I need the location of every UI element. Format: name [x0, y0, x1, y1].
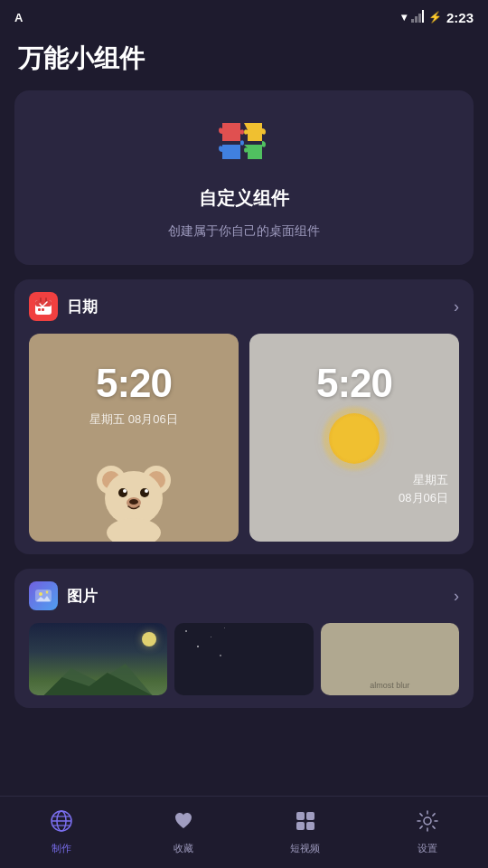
nav-item-collect[interactable]: 收藏 [122, 797, 244, 868]
picture-previews: almost blur [29, 623, 459, 695]
svg-point-23 [39, 592, 42, 596]
date-section-header[interactable]: 日期 › [29, 292, 459, 321]
grid-icon [294, 809, 317, 838]
watermark-text: almost blur [370, 681, 409, 690]
bear-illustration [89, 451, 179, 542]
nav-item-create[interactable]: 制作 [0, 797, 122, 868]
svg-point-15 [118, 488, 127, 497]
date-section: 日期 › 5:20 星期五 08月06日 [14, 279, 474, 554]
date-preview-2-day: 星期五 08月06日 [249, 471, 459, 506]
svg-rect-3 [422, 10, 424, 23]
picture-section-icon [29, 581, 58, 610]
nav-label-settings: 设置 [418, 842, 437, 855]
svg-rect-2 [418, 14, 421, 23]
custom-widget-subtitle: 创建属于你自己的桌面组件 [168, 223, 320, 240]
moon-icon [142, 632, 156, 646]
bottom-nav: 制作 收藏 短视频 设置 [0, 796, 488, 868]
sun-container [249, 413, 459, 464]
nav-item-settings[interactable]: 设置 [366, 797, 488, 868]
nav-label-create: 制作 [52, 842, 71, 855]
create-icon [50, 809, 73, 838]
nav-label-shortvideo: 短视频 [290, 842, 320, 855]
custom-widget-card[interactable]: 自定义组件 创建属于你自己的桌面组件 [14, 90, 474, 265]
svg-rect-32 [306, 812, 314, 820]
pic-thumb-dark[interactable] [174, 623, 313, 695]
date-previews: 5:20 星期五 08月06日 [29, 334, 459, 542]
pic-thumb-paper[interactable]: almost blur [321, 623, 459, 695]
signal-icon [411, 10, 424, 25]
svg-rect-9 [42, 308, 44, 311]
svg-rect-31 [296, 812, 305, 820]
clock: 2:23 [446, 10, 474, 25]
date-section-title: 日期 [67, 297, 98, 317]
date-preview-1-time: 5:20 [29, 361, 239, 406]
status-right: ▾ ⚡ 2:23 [401, 10, 474, 25]
svg-rect-1 [415, 16, 418, 23]
custom-widget-title: 自定义组件 [199, 186, 289, 211]
picture-section: 图片 › [14, 569, 474, 708]
date-preview-bear[interactable]: 5:20 星期五 08月06日 [29, 334, 239, 542]
picture-section-title: 图片 [67, 586, 98, 607]
heart-icon [172, 809, 195, 838]
status-left-icon: A [14, 11, 23, 24]
svg-point-17 [123, 489, 127, 493]
wifi-icon: ▾ [401, 11, 407, 24]
stars-decoration [174, 623, 313, 695]
date-preview-1-date: 星期五 08月06日 [29, 411, 239, 428]
svg-point-21 [107, 518, 161, 542]
pic-thumb-night[interactable] [29, 623, 167, 695]
svg-point-18 [145, 489, 148, 493]
gear-icon [416, 809, 439, 838]
date-section-header-left: 日期 [29, 292, 98, 321]
status-bar: A ▾ ⚡ 2:23 [0, 0, 488, 33]
svg-rect-8 [38, 308, 41, 311]
nav-label-collect: 收藏 [174, 842, 193, 855]
date-preview-2-time: 5:20 [249, 361, 459, 406]
date-chevron-icon[interactable]: › [454, 297, 459, 316]
puzzle-icon [215, 116, 273, 174]
svg-point-35 [424, 817, 431, 825]
date-preview-sun[interactable]: 5:20 星期五 08月06日 [249, 334, 459, 542]
sun-icon [329, 413, 380, 464]
page-title: 万能小组件 [0, 33, 488, 90]
svg-rect-0 [411, 19, 414, 23]
svg-rect-33 [296, 822, 305, 830]
nav-item-shortvideo[interactable]: 短视频 [244, 797, 366, 868]
svg-point-16 [140, 488, 149, 497]
svg-rect-6 [40, 297, 42, 302]
svg-rect-34 [306, 822, 314, 830]
battery-icon: ⚡ [428, 11, 442, 24]
svg-rect-7 [45, 297, 47, 302]
picture-section-header[interactable]: 图片 › [29, 581, 459, 610]
picture-chevron-icon[interactable]: › [454, 587, 459, 606]
date-section-icon [29, 292, 58, 321]
svg-point-20 [129, 499, 138, 505]
picture-section-header-left: 图片 [29, 581, 98, 610]
